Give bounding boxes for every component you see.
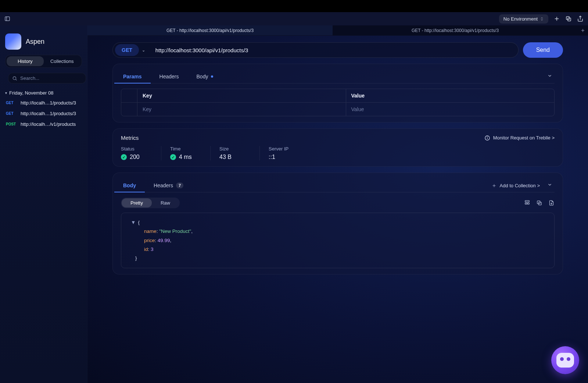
svg-rect-0 (5, 17, 10, 21)
response-tab-headers[interactable]: Headers 7 (151, 179, 186, 192)
request-tab[interactable]: GET - http://localhost:3000/api/v1/produ… (333, 25, 578, 35)
response-card: Body Headers 7 ＋ Add to Collection > (112, 173, 563, 274)
params-table: Key Value Key Value (121, 89, 555, 116)
expand-toggle[interactable] (545, 180, 555, 191)
environment-selector[interactable]: No Environment (499, 14, 548, 24)
params-checkbox-header (121, 89, 137, 102)
tab-label: GET - http://localhost:3000/api/v1/produ… (166, 28, 254, 33)
svg-line-8 (16, 79, 17, 80)
history-url: http://localh…1/products/3 (21, 111, 76, 116)
url-box[interactable] (149, 42, 519, 58)
request-tab[interactable]: GET - http://localhost:3000/api/v1/produ… (87, 25, 333, 35)
history-item[interactable]: POST http://localh…/v1/products (5, 120, 82, 128)
headers-count-badge: 7 (176, 182, 183, 188)
environment-label: No Environment (503, 16, 538, 22)
send-button[interactable]: Send (523, 42, 563, 58)
add-to-collection-button[interactable]: ＋ Add to Collection > (491, 182, 540, 189)
history-method: GET (6, 111, 17, 116)
metric-server-ip: Server IP ::1 (269, 146, 309, 160)
url-input[interactable] (155, 47, 512, 53)
plus-icon: ＋ (491, 182, 497, 189)
dirty-dot-icon (211, 75, 213, 78)
sidebar: Aspen History Collections ▾ Friday, Nove… (0, 25, 87, 383)
tab-label: GET - http://localhost:3000/api/v1/produ… (412, 28, 499, 33)
params-checkbox[interactable] (121, 103, 137, 116)
brand: Aspen (5, 33, 82, 50)
format-raw[interactable]: Raw (152, 198, 179, 208)
chevron-down-icon (547, 182, 552, 187)
titlebar (0, 0, 588, 12)
response-tab-body[interactable]: Body (121, 179, 138, 192)
format-pretty[interactable]: Pretty (122, 198, 152, 208)
sidebar-segment: History Collections (5, 55, 82, 68)
params-key-input[interactable]: Key (137, 103, 346, 116)
method-pill: GET (115, 44, 139, 56)
svg-point-7 (13, 77, 16, 79)
segment-history[interactable]: History (7, 56, 44, 66)
history-method: GET (6, 101, 17, 105)
history-url: http://localh…1/products/3 (21, 100, 76, 106)
new-tab-button[interactable]: + (578, 25, 588, 35)
svg-point-11 (487, 137, 487, 137)
updown-icon (540, 17, 544, 21)
copy-icon[interactable] (536, 200, 542, 206)
metric-status: Status ✓200 (121, 146, 161, 160)
collapse-toggle-icon[interactable]: ▼ (131, 220, 136, 225)
check-icon: ✓ (170, 154, 176, 160)
svg-rect-12 (525, 201, 529, 202)
params-key-header: Key (137, 89, 346, 102)
panel-toggle-icon[interactable] (4, 16, 10, 22)
search-box[interactable] (8, 73, 86, 84)
plus-icon[interactable] (553, 15, 560, 22)
response-body[interactable]: ▼{ name: "New Product", price: 49.99, id… (121, 213, 555, 268)
tabs-bar: GET - http://localhost:3000/api/v1/produ… (87, 25, 588, 36)
params-value-header: Value (346, 89, 555, 102)
copy-icon[interactable] (565, 15, 572, 22)
metric-size: Size 43 B (219, 146, 260, 160)
chevron-down-icon (547, 73, 552, 78)
history-item[interactable]: GET http://localh…1/products/3 (5, 99, 82, 107)
metrics-card: Metrics Monitor Request on Treblle > Sta… (112, 128, 563, 167)
toolbar: No Environment (0, 12, 588, 25)
segment-collections[interactable]: Collections (44, 56, 81, 66)
search-icon (12, 76, 17, 81)
request-row: GET ⌄ Send (112, 42, 563, 58)
request-config-card: Params Headers Body Key Value (112, 64, 563, 123)
history-url: http://localh…/v1/products (21, 121, 76, 127)
share-icon[interactable] (577, 15, 584, 22)
app-name: Aspen (26, 38, 44, 46)
chevron-down-icon: ⌄ (142, 48, 145, 53)
tab-params[interactable]: Params (121, 70, 144, 83)
assistant-fab[interactable] (551, 346, 579, 374)
format-segment: Pretty Raw (121, 198, 180, 208)
robot-icon (556, 353, 574, 368)
params-value-input[interactable]: Value (346, 103, 555, 116)
tab-body[interactable]: Body (194, 70, 216, 83)
tab-headers[interactable]: Headers (157, 70, 181, 83)
chevron-down-icon: ▾ (5, 91, 7, 95)
history-group-label: Friday, November 08 (9, 90, 53, 96)
history-group-header[interactable]: ▾ Friday, November 08 (5, 90, 82, 96)
history-method: POST (6, 122, 17, 126)
monitor-link[interactable]: Monitor Request on Treblle > (484, 135, 555, 141)
metrics-title: Metrics (121, 135, 139, 141)
svg-rect-13 (525, 203, 527, 205)
app-logo (5, 33, 21, 50)
info-icon (484, 135, 490, 141)
expand-toggle[interactable] (545, 71, 555, 82)
svg-rect-14 (527, 203, 529, 205)
method-selector[interactable]: GET ⌄ (112, 42, 149, 58)
main: GET - http://localhost:3000/api/v1/produ… (87, 25, 588, 383)
metric-time: Time ✓4 ms (170, 146, 211, 160)
check-icon: ✓ (121, 154, 127, 160)
download-icon[interactable] (548, 200, 555, 206)
history-item[interactable]: GET http://localh…1/products/3 (5, 109, 82, 118)
tree-view-icon[interactable] (524, 200, 530, 206)
search-input[interactable] (20, 75, 82, 81)
